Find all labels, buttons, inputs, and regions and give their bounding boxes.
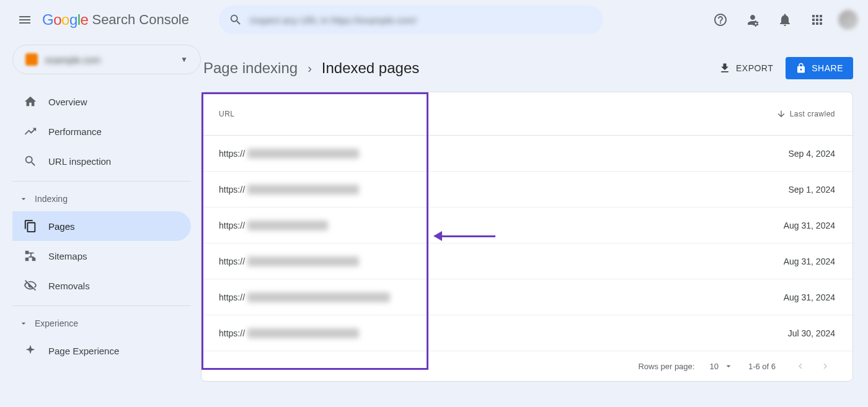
hamburger-icon	[17, 12, 32, 27]
nav-group-indexing[interactable]: Indexing	[12, 186, 201, 211]
row-url: https://	[219, 256, 784, 266]
prev-page-button	[790, 356, 810, 376]
row-url: https://	[219, 328, 788, 338]
sidebar-item-performance[interactable]: Performance	[12, 116, 191, 146]
column-header-label: Last crawled	[790, 110, 835, 118]
home-icon	[24, 95, 37, 108]
row-date: Aug 31, 2024	[784, 221, 835, 230]
divider	[12, 305, 191, 306]
nav-group-experience[interactable]: Experience	[12, 311, 201, 336]
row-date: Aug 31, 2024	[784, 256, 835, 266]
property-favicon	[25, 53, 38, 66]
column-header-url[interactable]: URL	[219, 110, 776, 118]
table-row[interactable]: https:// Aug 31, 2024	[202, 279, 852, 315]
row-date: Sep 4, 2024	[788, 149, 835, 159]
next-page-button	[815, 356, 835, 376]
sidebar-item-sitemaps[interactable]: Sitemaps	[12, 241, 191, 271]
url-redacted	[247, 221, 328, 230]
chevron-down-icon	[19, 194, 29, 204]
url-prefix: https://	[219, 221, 245, 230]
sidebar-item-label: Performance	[48, 126, 102, 137]
url-redacted	[247, 328, 359, 338]
menu-button[interactable]	[10, 5, 40, 35]
column-header-last-crawled[interactable]: Last crawled	[776, 109, 835, 119]
header-actions	[707, 6, 858, 33]
sidebar-item-label: Page Experience	[48, 346, 119, 356]
rows-per-page-label: Rows per page:	[638, 362, 694, 371]
chevron-right-icon: ›	[308, 61, 312, 76]
row-date: Sep 1, 2024	[788, 185, 835, 195]
row-url: https://	[219, 292, 784, 302]
search-input[interactable]	[250, 15, 593, 25]
nav-group-label: Experience	[35, 318, 78, 328]
chevron-down-icon	[724, 361, 733, 371]
sidebar-item-page-experience[interactable]: Page Experience	[12, 336, 191, 365]
search-icon	[24, 154, 37, 168]
apps-button[interactable]	[804, 6, 831, 33]
sidebar-item-pages[interactable]: Pages	[12, 211, 191, 241]
help-icon	[713, 12, 728, 27]
table-row[interactable]: https:// Aug 31, 2024	[202, 243, 852, 279]
avatar[interactable]	[838, 10, 858, 30]
apps-grid-icon	[810, 12, 825, 27]
google-logo: Google	[42, 11, 88, 28]
sidebar-item-label: Sitemaps	[48, 251, 87, 261]
sidebar-item-overview[interactable]: Overview	[12, 87, 191, 116]
sidebar-item-removals[interactable]: Removals	[12, 271, 191, 300]
pagination	[790, 356, 835, 376]
property-selector[interactable]: example.com ▼	[12, 45, 201, 74]
share-button[interactable]: SHARE	[786, 57, 853, 79]
table-row[interactable]: https:// Jul 30, 2024	[202, 315, 852, 351]
divider	[12, 181, 191, 182]
rows-per-page-selector[interactable]: 10	[709, 361, 733, 371]
row-url: https://	[219, 149, 788, 159]
url-redacted	[247, 185, 359, 195]
chevron-right-icon	[820, 361, 831, 372]
header: Google Search Console	[0, 0, 868, 40]
export-label: EXPORT	[736, 63, 773, 73]
sidebar-item-label: Overview	[48, 97, 87, 107]
table-footer: Rows per page: 10 1-6 of 6	[202, 351, 852, 381]
sidebar: example.com ▼ Overview Performance URL i…	[0, 40, 201, 407]
indexed-pages-table: URL Last crawled https:// Sep 4, 2024 ht…	[201, 92, 853, 382]
url-prefix: https://	[219, 256, 245, 266]
url-redacted	[247, 292, 390, 302]
notifications-button[interactable]	[771, 6, 799, 33]
pages-icon	[24, 219, 37, 233]
row-date: Jul 30, 2024	[788, 328, 835, 338]
pagination-range: 1-6 of 6	[748, 362, 776, 371]
search-icon	[229, 13, 242, 27]
sidebar-item-label: Removals	[48, 281, 90, 291]
nav-group-label: Indexing	[35, 194, 68, 204]
chevron-down-icon	[19, 318, 29, 328]
breadcrumb-parent[interactable]: Page indexing	[203, 59, 298, 77]
row-url: https://	[219, 185, 788, 195]
sidebar-item-label: URL inspection	[48, 156, 111, 167]
sitemap-icon	[24, 249, 37, 263]
table-row[interactable]: https:// Sep 4, 2024	[202, 136, 852, 172]
main-content: Page indexing › Indexed pages EXPORT SHA…	[201, 40, 868, 407]
sidebar-item-label: Pages	[48, 221, 75, 232]
url-redacted	[247, 149, 359, 159]
table-header: URL Last crawled	[202, 92, 852, 136]
user-settings-icon	[745, 12, 760, 27]
visibility-off-icon	[24, 279, 37, 292]
arrow-down-icon	[776, 109, 786, 119]
row-date: Aug 31, 2024	[784, 292, 835, 302]
table-row[interactable]: https:// Aug 31, 2024	[202, 208, 852, 243]
chevron-left-icon	[795, 361, 806, 372]
download-icon	[719, 62, 731, 74]
share-label: SHARE	[812, 63, 843, 73]
logo[interactable]: Google Search Console	[42, 11, 189, 28]
export-button[interactable]: EXPORT	[719, 62, 773, 74]
bell-icon	[777, 12, 792, 27]
url-redacted	[247, 256, 359, 266]
table-row[interactable]: https:// Sep 1, 2024	[202, 172, 852, 208]
users-button[interactable]	[739, 6, 766, 33]
search-bar[interactable]	[219, 6, 603, 34]
lock-icon	[795, 63, 807, 74]
sidebar-item-url-inspection[interactable]: URL inspection	[12, 146, 191, 176]
page-title: Indexed pages	[322, 59, 419, 77]
help-button[interactable]	[707, 6, 734, 33]
product-name: Search Console	[92, 12, 189, 28]
